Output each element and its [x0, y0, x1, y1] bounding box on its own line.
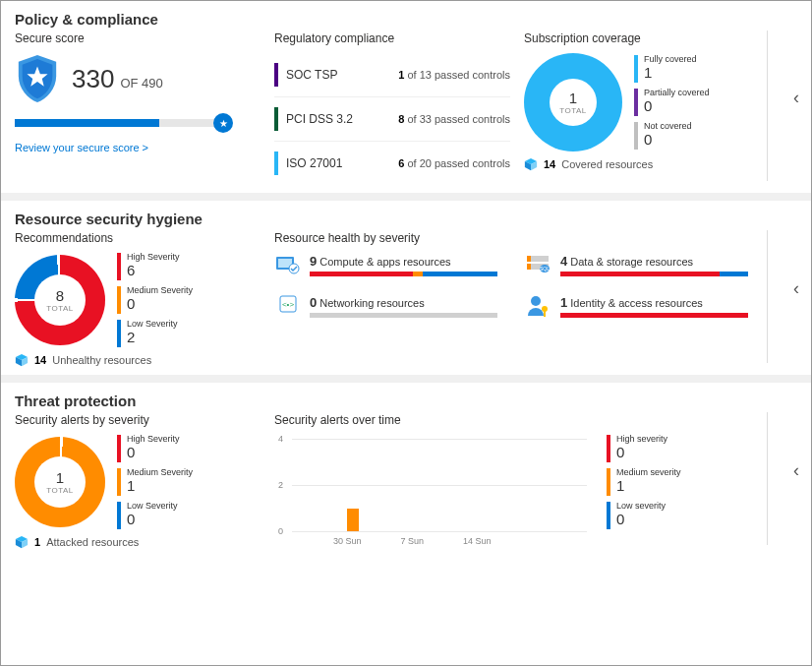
legend-label: Medium Severity: [127, 286, 193, 296]
legend-color: [117, 320, 121, 347]
expand-chevron-icon[interactable]: ‹: [793, 277, 799, 298]
covered-resources-stat: 14 Covered resources: [524, 157, 748, 171]
data-icon: SQL: [525, 253, 552, 276]
health-bar: [560, 313, 748, 318]
footer-count: 1: [34, 536, 40, 548]
panel-title: Recommendations: [15, 231, 261, 245]
alerts-donut: 1 TOTAL: [15, 437, 105, 527]
recommendations-panel[interactable]: Recommendations 8 TOTAL High Severity6 M…: [15, 231, 261, 367]
identity-icon: [525, 294, 552, 318]
alerts-by-severity-panel[interactable]: Security alerts by severity 1 TOTAL High…: [15, 413, 261, 549]
legend-row: Partially covered0: [634, 89, 710, 116]
legend-color: [117, 435, 121, 462]
cube-icon: [524, 157, 538, 171]
recommendations-legend: High Severity6 Medium Severity0 Low Seve…: [117, 253, 193, 347]
score-value: 330 OF 490: [72, 64, 163, 94]
panel-title: Regulatory compliance: [274, 31, 510, 45]
x-tick: 7 Sun: [401, 536, 425, 546]
svg-rect-7: [527, 264, 531, 270]
legend-label: High Severity: [127, 435, 180, 445]
secure-score-panel[interactable]: Secure score 330 OF 490 ★: [15, 31, 261, 185]
legend-label: Medium severity: [616, 468, 681, 478]
legend-row: Low severity0: [607, 502, 681, 529]
health-item[interactable]: <•> 0 Networking resources: [274, 294, 497, 318]
legend-value: 6: [127, 263, 180, 279]
y-tick: 4: [278, 434, 283, 444]
review-score-link[interactable]: Review your secure score >: [15, 142, 148, 153]
legend-value: 2: [127, 330, 178, 346]
legend-label: Fully covered: [644, 55, 697, 65]
svg-rect-14: [544, 311, 546, 317]
legend-row: High Severity6: [117, 253, 193, 280]
health-bar: [560, 272, 748, 276]
color-bar: [274, 151, 278, 175]
shield-icon: [15, 53, 60, 104]
legend-color: [634, 122, 638, 150]
regulatory-row[interactable]: ISO 27001 6 of 20 passed controls: [274, 142, 510, 185]
legend-color: [117, 286, 121, 314]
health-item[interactable]: 1 Identity & access resources: [525, 294, 748, 318]
regulatory-compliance-panel[interactable]: Regulatory compliance SOC TSP 1 of 13 pa…: [274, 31, 510, 185]
subscription-donut: 1 TOTAL: [524, 53, 622, 151]
legend-row: Medium Severity0: [117, 286, 193, 314]
legend-color: [607, 468, 610, 496]
unhealthy-resources-stat: 14 Unhealthy resources: [15, 353, 261, 367]
policy-compliance-section: Policy & compliance Secure score 330 OF …: [1, 1, 811, 201]
donut-label: TOTAL: [46, 486, 74, 495]
panel-title: Security alerts over time: [274, 413, 748, 427]
expand-chevron-icon[interactable]: ‹: [793, 459, 799, 480]
panel-title: Secure score: [15, 31, 261, 45]
network-icon: <•>: [274, 294, 302, 318]
health-title: 1 Identity & access resources: [560, 295, 748, 310]
health-item[interactable]: 9 Compute & apps resources: [274, 253, 497, 276]
legend-value: 0: [616, 445, 667, 461]
cube-icon: [15, 353, 29, 367]
legend-color: [117, 502, 121, 529]
color-bar: [274, 63, 278, 87]
x-tick: 30 Sun: [333, 536, 362, 546]
legend-row: High Severity0: [117, 435, 193, 462]
color-bar: [274, 107, 278, 131]
regulatory-row[interactable]: PCI DSS 3.2 8 of 33 passed controls: [274, 97, 510, 142]
alerts-over-time-panel[interactable]: Security alerts over time 024 30 Sun7 Su…: [274, 413, 748, 549]
legend-value: 0: [127, 445, 180, 461]
legend-value: 1: [127, 478, 193, 495]
legend-row: Not covered0: [634, 122, 710, 150]
subscription-legend: Fully covered1 Partially covered0 Not co…: [634, 55, 710, 150]
legend-row: Fully covered1: [634, 55, 710, 83]
legend-color: [117, 468, 121, 496]
health-item[interactable]: SQL 4 Data & storage resources: [525, 253, 748, 276]
svg-text:<•>: <•>: [282, 300, 294, 309]
svg-rect-6: [527, 256, 531, 262]
legend-label: High Severity: [127, 253, 180, 263]
legend-value: 0: [616, 512, 666, 528]
health-title: 9 Compute & apps resources: [310, 254, 497, 269]
svg-point-12: [531, 296, 541, 306]
legend-row: Medium Severity1: [117, 468, 193, 496]
footer-label: Unhealthy resources: [52, 354, 151, 366]
donut-value: 1: [56, 469, 64, 486]
score-number: 330: [72, 64, 114, 94]
legend-value: 0: [644, 98, 710, 115]
legend-value: 1: [616, 478, 681, 495]
alerts-chart: 024 30 Sun7 Sun14 Sun: [274, 435, 587, 546]
subscription-coverage-panel[interactable]: Subscription coverage 1 TOTAL Fully cove…: [524, 31, 748, 185]
cube-icon: [15, 535, 29, 549]
resource-health-panel[interactable]: Resource health by severity 9 Compute & …: [274, 231, 748, 367]
footer-count: 14: [34, 354, 46, 366]
section-title: Resource security hygiene: [15, 211, 797, 227]
donut-label: TOTAL: [559, 106, 587, 115]
legend-value: 0: [127, 512, 178, 528]
legend-label: Partially covered: [644, 89, 710, 98]
legend-row: Low Severity0: [117, 502, 193, 529]
legend-value: 1: [644, 65, 697, 82]
expand-chevron-icon[interactable]: ‹: [793, 87, 799, 107]
footer-label: Covered resources: [561, 158, 653, 170]
legend-color: [634, 55, 638, 83]
legend-color: [607, 435, 610, 462]
donut-value: 8: [56, 287, 64, 304]
chart-bar: [347, 509, 359, 532]
regulatory-row[interactable]: SOC TSP 1 of 13 passed controls: [274, 53, 510, 97]
attacked-resources-stat: 1 Attacked resources: [15, 535, 261, 549]
health-title: 0 Networking resources: [310, 295, 497, 310]
